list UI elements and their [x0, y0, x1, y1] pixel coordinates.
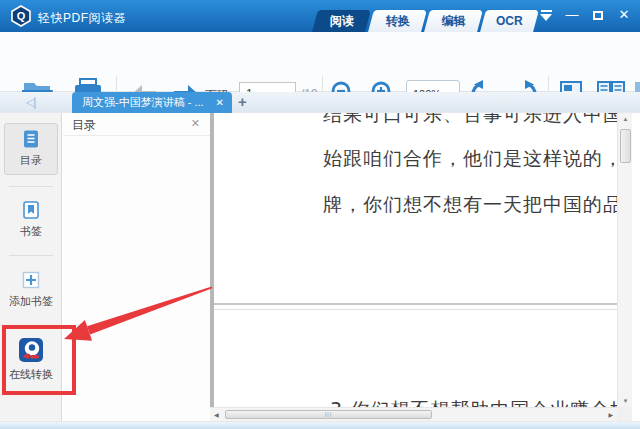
horizontal-scrollbar[interactable]: ◀ ||| ▶ [210, 407, 617, 421]
pdf-text-line: 牌，你们想不想有一天把中国的品牌变成 [323, 192, 617, 218]
sidebar-item-online-convert[interactable]: 在线转换 [4, 332, 58, 382]
scroll-right-icon[interactable]: ▶ [608, 411, 613, 418]
pdf-text-line: 结果可口可乐、百事可乐进入中国后发 [323, 113, 617, 128]
menu-triangle-icon [540, 10, 552, 21]
pdf-text-line: 3.你们想不想帮助中国企业赚全世界的钱 [330, 397, 617, 407]
page-separator [214, 303, 617, 305]
app-logo-icon: Q [10, 5, 32, 27]
document-tabstrip: ◁| 周文强-中国梦演讲稿 - ... ✕ + [0, 92, 640, 113]
app-window: Q 轻快PDF阅读器 阅读 转换 编辑 OCR — ✕ [0, 0, 640, 429]
scrollbar-grip-icon: ||| [325, 412, 332, 417]
toc-panel: 目录 ✕ [63, 113, 210, 421]
pdf-page-viewport[interactable]: 结果可口可乐、百事可乐进入中国后发 始跟咱们合作，他们是这样说的，你们的 牌，你… [214, 113, 617, 407]
sidebar-item-bookmark[interactable]: 书签 [4, 195, 58, 239]
tab-ocr[interactable]: OCR [480, 10, 539, 32]
new-tab-button[interactable]: + [238, 93, 247, 110]
scroll-left-icon[interactable]: ◀ [214, 411, 219, 418]
sidebar: 目录 书签 添加书签 在线转换 [0, 113, 62, 421]
add-bookmark-icon [21, 270, 41, 290]
tab-convert[interactable]: 转换 [368, 10, 427, 32]
sidebar-item-label: 目录 [20, 153, 42, 168]
toc-panel-close-icon[interactable]: ✕ [191, 117, 200, 130]
tab-edit[interactable]: 编辑 [424, 10, 483, 32]
titlebar[interactable]: Q 轻快PDF阅读器 阅读 转换 编辑 OCR — ✕ [0, 0, 640, 32]
scroll-up-icon[interactable]: ▲ [618, 116, 633, 122]
toc-panel-title: 目录 [72, 117, 96, 134]
document-tab-title: 周文强-中国梦演讲稿 - ... [82, 95, 208, 110]
svg-text:Q: Q [17, 10, 26, 22]
sidebar-separator [9, 186, 53, 187]
document-tab[interactable]: 周文强-中国梦演讲稿 - ... ✕ [72, 92, 232, 113]
toc-icon [21, 129, 41, 149]
collapse-sidebar-button[interactable]: ◁| [26, 95, 34, 109]
minimize-button[interactable]: — [564, 7, 580, 23]
scrollbar-corner [617, 407, 632, 421]
toolbar: 页码: /19 100% ▾ [0, 32, 640, 92]
scroll-down-icon[interactable]: ▼ [618, 398, 633, 404]
sidebar-item-label: 书签 [20, 224, 42, 239]
online-convert-icon [18, 337, 44, 363]
maximize-icon [593, 11, 603, 20]
tab-read[interactable]: 阅读 [312, 10, 371, 32]
window-controls: — ✕ [538, 7, 632, 23]
maximize-button[interactable] [590, 7, 606, 23]
pdf-text-line: 始跟咱们合作，他们是这样说的，你们的 [323, 146, 617, 172]
pdf-content-area: 结果可口可乐、百事可乐进入中国后发 始跟咱们合作，他们是这样说的，你们的 牌，你… [210, 113, 632, 421]
sidebar-item-add-bookmark[interactable]: 添加书签 [4, 265, 58, 309]
sidebar-separator [9, 255, 53, 256]
close-button[interactable]: ✕ [616, 7, 632, 23]
horizontal-scrollbar-thumb[interactable]: ||| [225, 410, 432, 419]
bookmark-icon [21, 200, 41, 220]
page-separator [214, 309, 617, 310]
window-bottom-edge [0, 421, 640, 429]
vertical-scrollbar-thumb[interactable] [620, 129, 631, 163]
document-tab-close-icon[interactable]: ✕ [216, 97, 224, 108]
mode-tabs: 阅读 转换 编辑 OCR [315, 10, 539, 32]
skin-menu-button[interactable] [538, 7, 554, 23]
sidebar-item-label: 添加书签 [9, 294, 53, 309]
toc-panel-header: 目录 ✕ [63, 113, 210, 136]
sidebar-item-toc[interactable]: 目录 [4, 123, 58, 175]
app-title: 轻快PDF阅读器 [38, 10, 126, 27]
sidebar-item-label: 在线转换 [9, 367, 53, 382]
vertical-scrollbar[interactable]: ▲ ▼ [617, 113, 632, 407]
